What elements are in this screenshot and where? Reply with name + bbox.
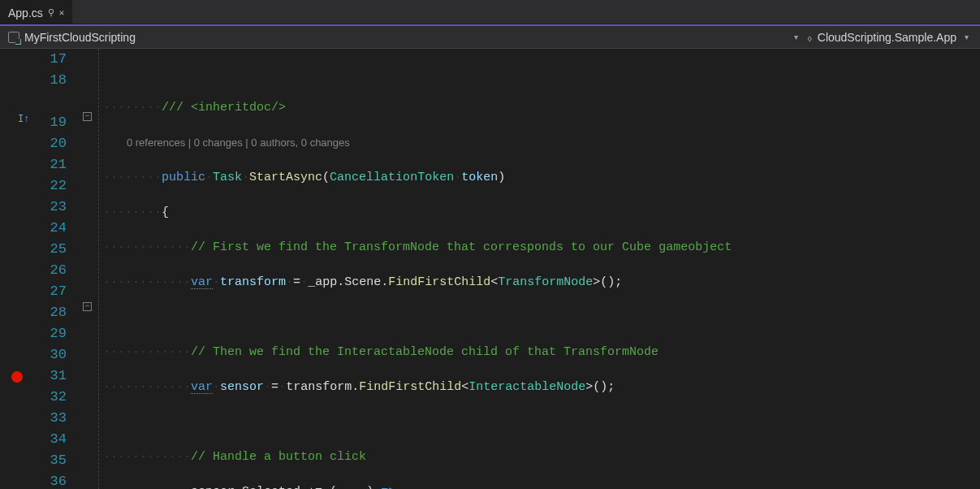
breadcrumb-class[interactable]: ⬨ CloudScripting.Sample.App [806, 31, 956, 44]
code-line[interactable]: ········{ [103, 202, 980, 223]
tab-label: App.cs [8, 6, 43, 19]
code-line[interactable]: ············// Handle a button click [103, 447, 980, 468]
line-number: 23 [36, 197, 67, 218]
breadcrumb-bar: MyFirstCloudScripting ▾ ⬨ CloudScripting… [0, 24, 980, 49]
edit-indicator-icon: I↑ [18, 114, 29, 125]
chevron-down-icon[interactable]: ▾ [791, 32, 801, 41]
code-line[interactable]: ········/// <inheritdoc/> [103, 97, 980, 119]
line-number: 32 [36, 387, 67, 408]
line-number-gutter: 17 18 19 20 21 22 23 24 25 26 27 28 29 3… [36, 49, 81, 489]
code-area[interactable]: ········/// <inheritdoc/> ········0 refe… [100, 49, 980, 489]
line-number: 29 [36, 323, 67, 344]
line-number: 36 [36, 471, 67, 489]
line-number: 21 [36, 154, 67, 175]
codelens[interactable]: ········0 references | 0 changes | 0 aut… [103, 132, 980, 154]
pin-icon[interactable]: ⚲ [48, 7, 54, 18]
line-number: 25 [36, 239, 67, 260]
breakpoint-icon[interactable] [11, 371, 23, 383]
code-line[interactable]: ············// First we find the Transfo… [103, 237, 980, 258]
code-line[interactable] [103, 412, 980, 433]
line-number: 35 [36, 450, 67, 471]
namespace-icon [8, 32, 19, 43]
code-line[interactable] [103, 63, 980, 84]
line-number: 26 [36, 260, 67, 281]
line-number [36, 91, 67, 112]
line-number: 34 [36, 429, 67, 450]
line-number: 24 [36, 218, 67, 239]
line-number: 30 [36, 344, 67, 366]
line-number: 22 [36, 175, 67, 197]
code-line[interactable] [103, 307, 980, 328]
code-line[interactable]: ············// Then we find the Interact… [103, 342, 980, 363]
line-number: 20 [36, 133, 67, 154]
line-number: 27 [36, 281, 67, 302]
fold-gutter: − − [81, 49, 99, 489]
breadcrumb-namespace[interactable]: MyFirstCloudScripting [8, 31, 786, 44]
fold-toggle-icon[interactable]: − [83, 302, 92, 311]
code-line[interactable]: ············var·sensor·=·transform.FindF… [103, 377, 980, 398]
breadcrumb-left-label: MyFirstCloudScripting [24, 31, 136, 44]
tab-bar: App.cs ⚲ ✕ [0, 0, 980, 24]
breadcrumb-right-label: CloudScripting.Sample.App [818, 31, 956, 44]
fold-toggle-icon[interactable]: − [83, 112, 92, 121]
line-number: 33 [36, 408, 67, 429]
close-icon[interactable]: ✕ [59, 7, 65, 18]
line-number: 19 [36, 112, 67, 133]
code-line[interactable]: ············sensor.Selected·+=·(_,·_)·=> [103, 482, 980, 489]
tab-app-cs[interactable]: App.cs ⚲ ✕ [0, 0, 72, 24]
code-line[interactable]: ············var·transform·=·_app.Scene.F… [103, 272, 980, 293]
line-number: 18 [36, 70, 67, 91]
chevron-down-icon[interactable]: ▾ [961, 32, 972, 41]
glyph-margin[interactable]: I↑ [0, 49, 36, 489]
line-number: 17 [36, 49, 67, 70]
code-line[interactable]: ········public·Task·StartAsync(Cancellat… [103, 167, 980, 188]
line-number: 31 [36, 366, 67, 387]
class-icon: ⬨ [806, 31, 813, 44]
code-editor[interactable]: I↑ 17 18 19 20 21 22 23 24 25 26 27 28 2… [0, 49, 980, 489]
line-number: 28 [36, 302, 67, 323]
